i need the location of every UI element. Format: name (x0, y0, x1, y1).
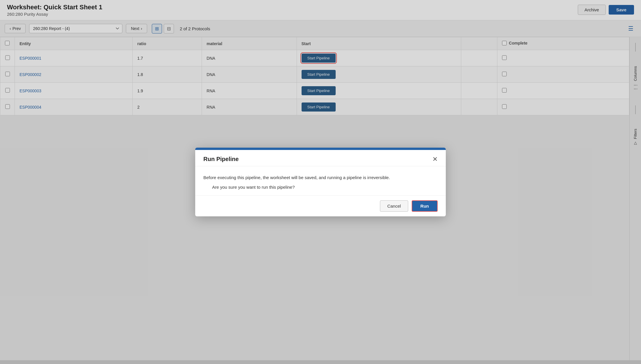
modal-body: Before executing this pipeline, the work… (195, 166, 446, 195)
modal-header: Run Pipeline ✕ (195, 150, 446, 166)
modal-message2: Are you sure you want to run this pipeli… (212, 185, 438, 190)
run-button[interactable]: Run (412, 200, 438, 212)
modal-close-button[interactable]: ✕ (432, 156, 438, 162)
modal-title: Run Pipeline (203, 156, 239, 162)
modal-footer: Cancel Run (195, 195, 446, 216)
cancel-button[interactable]: Cancel (380, 200, 408, 212)
modal-message1: Before executing this pipeline, the work… (203, 174, 438, 181)
modal-overlay: Run Pipeline ✕ Before executing this pip… (0, 0, 641, 364)
modal-top-bar (195, 148, 446, 150)
run-pipeline-modal: Run Pipeline ✕ Before executing this pip… (195, 148, 446, 216)
